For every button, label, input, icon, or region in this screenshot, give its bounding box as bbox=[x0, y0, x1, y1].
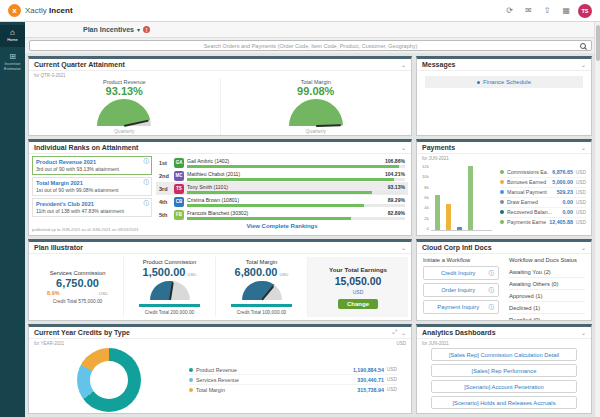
workflow-label[interactable]: Credit Inquiry bbox=[428, 270, 489, 276]
rank-row[interactable]: 3rd TS Tony Smith (1101)93.13% bbox=[156, 182, 408, 195]
collapse-chevron-icon[interactable]: ⌄ bbox=[581, 61, 586, 68]
plan-link[interactable]: President's Club 2021 bbox=[36, 201, 143, 207]
docs-body: Initiate a Workflow Credit Inquiry ⓘ Ord… bbox=[417, 254, 591, 320]
info-icon[interactable]: ⓘ bbox=[144, 201, 150, 207]
dashboard-link-holds-releases-accruals[interactable]: [Scenario] Holds and Releases Accruals bbox=[431, 396, 576, 409]
collapse-chevron-icon[interactable]: ⌄ bbox=[401, 144, 406, 151]
rank-row[interactable]: 2nd MC Matthieu Chabot (2011)104.21% bbox=[156, 169, 408, 182]
legend-dot bbox=[189, 368, 193, 372]
collapse-chevron-icon[interactable]: ⌄ bbox=[401, 244, 406, 251]
legend-label: Payments Earned bbox=[507, 219, 546, 225]
right-column: Messages ⌄ Finance Schedule Payments ⌄ bbox=[416, 56, 592, 414]
history-icon[interactable]: ⟳ bbox=[506, 6, 513, 15]
rank-row[interactable]: 4th CB Cristina Brown (10801)89.29% bbox=[156, 195, 408, 208]
plan-item-presidents-club[interactable]: President's Club 2021 11th out of 138 wi… bbox=[32, 198, 152, 217]
plan-item-total-margin[interactable]: Total Margin 2021 1st out of 90 with 99.… bbox=[32, 177, 152, 196]
pi-unit: USD bbox=[279, 272, 288, 277]
info-icon[interactable]: ⓘ bbox=[489, 304, 495, 311]
legend-row[interactable]: Services Revenue 330,440.71 USD bbox=[189, 375, 397, 385]
legend-dot bbox=[500, 210, 504, 214]
top-bar: x Xactly Incent ⟳ ✉ ⇧ ▦ TS bbox=[0, 0, 600, 22]
ranks-body: Product Revenue 2021 3rd out of 90 with … bbox=[29, 154, 411, 235]
scrollbar-thumb[interactable] bbox=[596, 25, 600, 61]
status-declined[interactable]: Declined (1) bbox=[509, 302, 585, 314]
dashboard-link-account-penetration[interactable]: [Scenario] Account Penetration bbox=[431, 380, 576, 393]
bar-bonuses[interactable] bbox=[446, 204, 451, 230]
collapse-chevron-icon[interactable]: ⌄ bbox=[581, 329, 586, 336]
dashboard-link-rep-performance[interactable]: [Sales] Rep Performance bbox=[431, 364, 576, 377]
panel-header: Plan Illustrator ⌄ bbox=[29, 242, 411, 254]
collapse-chevron-icon[interactable]: ⌄ bbox=[581, 244, 586, 251]
legend-value: 529.23 bbox=[557, 189, 573, 195]
legend-row[interactable]: Product Revenue 1,190,884.54 USD bbox=[189, 365, 397, 375]
user-avatar[interactable]: TS bbox=[578, 4, 592, 18]
order-inquiry-button[interactable]: Order Inquiry ⓘ bbox=[423, 283, 499, 297]
info-icon[interactable]: ⓘ bbox=[144, 180, 150, 186]
credit-inquiry-button[interactable]: Credit Inquiry ⓘ bbox=[423, 266, 499, 280]
status-awaiting-others[interactable]: Awaiting Others (0) bbox=[509, 278, 585, 290]
search-input[interactable]: Search Orders and Payments (Order Code, … bbox=[29, 40, 592, 51]
rank-row[interactable]: 1st GA Gail Ambric (1402)106.86% bbox=[156, 156, 408, 169]
alert-badge-icon[interactable]: ! bbox=[143, 26, 150, 33]
legend-row[interactable]: Bonuses Earned 5,000.00 USD bbox=[500, 178, 586, 188]
rank-row[interactable]: 5th FB Francois Blanchett (30302)82.89% bbox=[156, 208, 408, 221]
legend-row[interactable]: Manual Payment 529.23 USD bbox=[500, 188, 586, 198]
legend-dot bbox=[500, 190, 504, 194]
message-finance-schedule[interactable]: Finance Schedule bbox=[425, 76, 583, 88]
info-icon[interactable]: ⓘ bbox=[489, 287, 495, 294]
legend-value: 12,405.88 bbox=[549, 219, 573, 225]
info-icon[interactable]: ⓘ bbox=[489, 270, 495, 277]
mail-icon[interactable]: ✉ bbox=[525, 6, 532, 15]
legend-row[interactable]: Commissions Ea... 6,876.65 USD bbox=[500, 168, 586, 178]
workflow-label[interactable]: Order Inquiry bbox=[428, 287, 489, 293]
apps-grid-icon[interactable]: ▦ bbox=[562, 6, 570, 15]
legend-row[interactable]: Total Margin 315,738.94 USD bbox=[189, 385, 397, 394]
collapse-chevron-icon[interactable]: ⌄ bbox=[401, 61, 406, 68]
collapse-chevron-icon[interactable]: ⌄ bbox=[401, 329, 406, 336]
rank-bar-track bbox=[187, 204, 405, 207]
earnings-unit: USD bbox=[353, 289, 364, 295]
legend-row[interactable]: Draw Earned 0.00 USD bbox=[500, 198, 586, 208]
message-link[interactable]: Finance Schedule bbox=[483, 79, 531, 85]
panel-analytics-dashboards: Analytics Dashboards ⌄ for JUN-2021 [Sal… bbox=[416, 324, 592, 414]
bar-commissions[interactable] bbox=[435, 195, 440, 230]
dashboard-link-commission-calc-detail[interactable]: [Sales Rep] Commission Calculation Detai… bbox=[431, 348, 576, 361]
plan-link[interactable]: Product Revenue 2021 bbox=[36, 159, 143, 165]
change-button[interactable]: Change bbox=[338, 299, 378, 309]
pi-label: Product Commission bbox=[143, 259, 196, 265]
status-recalled[interactable]: Recalled (0) bbox=[509, 314, 585, 321]
legend-label: Commissions Ea... bbox=[507, 169, 549, 175]
expand-icon[interactable]: ⤢ bbox=[392, 329, 397, 336]
rank-position: 1st bbox=[159, 160, 171, 166]
window-scrollbar[interactable] bbox=[594, 22, 600, 417]
search-icon[interactable] bbox=[580, 43, 587, 50]
plan-item-product-revenue[interactable]: Product Revenue 2021 3rd out of 90 with … bbox=[32, 156, 152, 175]
ranks-publish-note: published up to JUN-2021 as of JUN-2021 … bbox=[32, 226, 152, 233]
legend-dot bbox=[500, 170, 504, 174]
bullet-icon bbox=[477, 81, 480, 84]
legend-row[interactable]: Payments Earned 12,405.88 USD bbox=[500, 218, 586, 227]
xactly-logo-icon: x bbox=[8, 4, 21, 17]
bar-payments-earned[interactable] bbox=[468, 166, 473, 230]
pi-col-services-commission: Services Commission 6,750.00 8.9% USD Cr… bbox=[32, 257, 124, 317]
plan-link[interactable]: Total Margin 2021 bbox=[36, 180, 143, 186]
chevron-down-icon[interactable]: ▾ bbox=[137, 26, 140, 33]
tab-plan-incentives[interactable]: Plan Incentives bbox=[83, 26, 134, 33]
legend-row[interactable]: Recovered Balan... 0.00 USD bbox=[500, 208, 586, 218]
info-icon[interactable]: ⓘ bbox=[144, 159, 150, 165]
rank-value: 106.86% bbox=[385, 158, 405, 164]
search-row: Search Orders and Payments (Order Code, … bbox=[25, 38, 600, 53]
view-complete-rankings-link[interactable]: View Complete Rankings bbox=[156, 221, 408, 231]
legend-label: Draw Earned bbox=[507, 199, 560, 205]
status-approved[interactable]: Approved (1) bbox=[509, 290, 585, 302]
estimator-icon: ⊞ bbox=[9, 53, 16, 61]
workflow-label[interactable]: Payment Inquiry bbox=[428, 304, 489, 310]
sidebar-item-incentive-estimator[interactable]: ⊞ Incentive Estimator bbox=[0, 49, 25, 76]
sidebar-item-home[interactable]: ⌂ Home bbox=[0, 25, 25, 47]
collapse-chevron-icon[interactable]: ⌄ bbox=[581, 144, 586, 151]
upload-icon[interactable]: ⇧ bbox=[544, 6, 551, 15]
bar-manual-payment[interactable] bbox=[457, 227, 462, 230]
payment-inquiry-button[interactable]: Payment Inquiry ⓘ bbox=[423, 300, 499, 314]
panel-title: Current Year Credits by Type bbox=[34, 329, 130, 336]
status-awaiting-you[interactable]: Awaiting You (2) bbox=[509, 266, 585, 278]
